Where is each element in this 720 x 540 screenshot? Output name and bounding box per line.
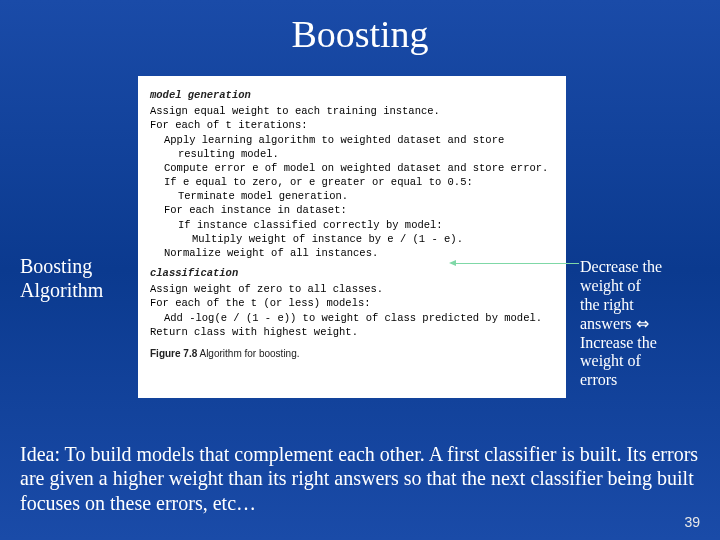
algo-line: Compute error e of model on weighted dat…	[150, 161, 554, 175]
note-line: weight of	[580, 352, 641, 369]
note-line: Decrease the	[580, 258, 662, 275]
left-label-line1: Boosting	[20, 255, 92, 277]
slide-title: Boosting	[0, 0, 720, 56]
algo-section-classification: classification	[150, 266, 554, 280]
figure-caption: Figure 7.8 Algorithm for boosting.	[150, 347, 554, 361]
figure-caption-label: Figure 7.8	[150, 348, 197, 359]
page-number: 39	[684, 514, 700, 530]
idea-paragraph: Idea: To build models that complement ea…	[20, 442, 700, 515]
algo-line: Return class with highest weight.	[150, 325, 554, 339]
note-line: the right	[580, 296, 634, 313]
algo-section-modelgen: model generation	[150, 88, 554, 102]
left-label-line2: Algorithm	[20, 279, 103, 301]
algorithm-box: model generation Assign equal weight to …	[138, 76, 566, 398]
note-line: errors	[580, 371, 617, 388]
algo-line: For each of the t (or less) models:	[150, 296, 554, 310]
note-line: Increase the	[580, 334, 657, 351]
algo-line: Assign weight of zero to all classes.	[150, 282, 554, 296]
algo-line: For each instance in dataset:	[150, 203, 554, 217]
algo-line: Assign equal weight to each training ins…	[150, 104, 554, 118]
algo-line: Add -log(e / (1 - e)) to weight of class…	[150, 311, 554, 325]
note-line: weight of	[580, 277, 641, 294]
left-label: Boosting Algorithm	[20, 254, 103, 302]
algo-line: If instance classified correctly by mode…	[150, 218, 554, 232]
algo-line: If e equal to zero, or e greater or equa…	[150, 175, 554, 189]
annotation-arrow-icon	[455, 263, 579, 264]
algo-line: Terminate model generation.	[150, 189, 554, 203]
algo-line: Apply learning algorithm to weighted dat…	[150, 133, 554, 147]
content-area: Boosting Algorithm model generation Assi…	[0, 76, 720, 416]
figure-caption-text: Algorithm for boosting.	[197, 348, 299, 359]
algo-line: For each of t iterations:	[150, 118, 554, 132]
algo-line: resulting model.	[150, 147, 554, 161]
double-arrow-icon: ⇔	[636, 315, 649, 332]
algo-line: Normalize weight of all instances.	[150, 246, 554, 260]
right-annotation: Decrease the weight of the right answers…	[580, 258, 705, 390]
algo-line: Multiply weight of instance by e / (1 - …	[150, 232, 554, 246]
note-line: answers	[580, 315, 636, 332]
